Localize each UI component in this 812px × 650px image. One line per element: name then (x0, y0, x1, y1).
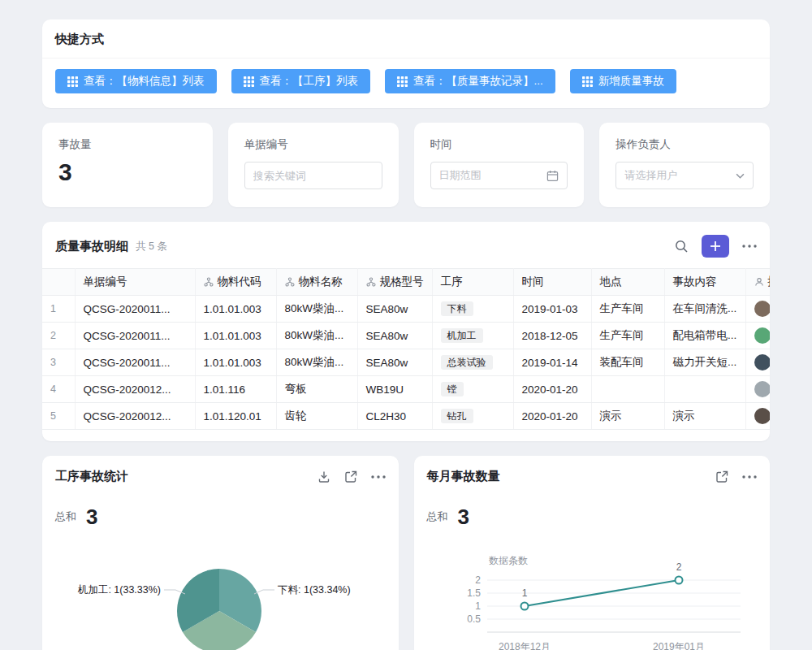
y-tick: 0.5 (467, 613, 481, 625)
x-tick: 2019年01月 (652, 641, 704, 650)
cell-name: 齿轮 (276, 403, 357, 430)
doc-search-box[interactable] (244, 162, 382, 189)
monthly-chart-total: 总和 3 (414, 504, 771, 530)
plus-icon (710, 240, 721, 252)
process-chart-total: 总和 3 (42, 504, 399, 530)
chart-more-button[interactable] (742, 475, 757, 479)
open-window-button[interactable] (715, 470, 728, 483)
more-icon (742, 475, 757, 479)
col-index (42, 269, 75, 296)
shortcut-button-new-accident[interactable]: 新增质量事故 (570, 69, 676, 93)
col-material-name: 物料名称 (276, 269, 357, 296)
point-value-label: 1 (521, 587, 527, 599)
cell-process: 下料 (432, 296, 513, 323)
open-window-button[interactable] (344, 470, 357, 483)
cell-time: 2018-12-05 (513, 323, 591, 349)
date-range-picker[interactable]: 日期范围 (430, 162, 568, 189)
cell-place (591, 376, 664, 403)
total-value: 3 (458, 505, 469, 530)
col-label: 时间 (522, 275, 544, 289)
dashboard-page: 快捷方式 查看：【物料信息】列表 查看：【工序】列表 查看：【质量事故记录】..… (0, 0, 812, 650)
table-search-button[interactable] (675, 240, 689, 254)
avatar (754, 301, 771, 317)
chevron-down-icon (736, 173, 745, 179)
shortcut-button-material-list[interactable]: 查看：【物料信息】列表 (55, 69, 217, 93)
avatar (754, 327, 771, 344)
process-tag: 镗 (441, 382, 464, 396)
cell-content: 演示 (664, 403, 745, 430)
operator-label: 操作负责人 (615, 137, 754, 152)
relation-icon (366, 277, 376, 287)
operator-select[interactable]: 请选择用户 (615, 162, 754, 189)
y-axis-title: 数据条数 (489, 555, 528, 566)
cell-process: 机加工 (432, 323, 513, 349)
table-row[interactable]: 2 QCSG-2020011... 1.01.01.003 80kW柴油... … (42, 323, 770, 349)
shortcut-button-label: 查看：【工序】列表 (260, 74, 359, 89)
table-row[interactable]: 3 QCSG-2020011... 1.01.01.003 80kW柴油... … (42, 349, 770, 376)
accident-table: 单据编号 物料代码 物料名称 规格型号 工序 时间 地点 事故内容 操作负责人 … (42, 268, 770, 430)
member-icon (754, 277, 764, 287)
cell-spec: SEA80w (357, 323, 432, 349)
col-doc-number: 单据编号 (75, 269, 195, 296)
process-tag: 钻孔 (441, 409, 473, 423)
row-index: 1 (42, 296, 75, 323)
table-row[interactable]: 5 QCSG-2020012... 1.01.120.01 齿轮 CL2H30 … (42, 403, 770, 430)
y-tick: 2 (475, 574, 481, 586)
open-window-icon (715, 470, 728, 483)
time-filter-card: 时间 日期范围 (414, 123, 585, 207)
table-row[interactable]: 4 QCSG-2020012... 1.01.116 弯板 WB19U 镗 20… (42, 376, 770, 403)
table-row[interactable]: 1 QCSG-2020011... 1.01.01.003 80kW柴油... … (42, 296, 770, 323)
monthly-chart-actions (715, 470, 757, 483)
cell-process: 钻孔 (432, 403, 513, 430)
col-material-code: 物料代码 (195, 269, 276, 296)
cell-doc: QCSG-2020011... (75, 349, 195, 376)
cell-operator (745, 296, 770, 323)
shortcuts-card: 快捷方式 查看：【物料信息】列表 查看：【工序】列表 查看：【质量事故记录】..… (42, 20, 770, 108)
shortcut-button-process-list[interactable]: 查看：【工序】列表 (231, 69, 371, 93)
cell-content: 在车间清洗... (664, 296, 745, 323)
shortcut-button-label: 查看：【物料信息】列表 (84, 74, 205, 89)
cell-doc: QCSG-2020012... (75, 376, 195, 403)
chart-more-button[interactable] (371, 475, 386, 479)
col-place: 地点 (591, 269, 664, 296)
add-record-button[interactable] (702, 235, 729, 258)
shortcut-button-label: 新增质量事故 (598, 74, 664, 89)
table-scroll-area[interactable]: 单据编号 物料代码 物料名称 规格型号 工序 时间 地点 事故内容 操作负责人 … (42, 268, 770, 441)
y-tick: 1 (475, 600, 481, 612)
cell-doc: QCSG-2020012... (75, 403, 195, 430)
process-tag: 机加工 (441, 328, 483, 343)
more-icon (742, 245, 757, 248)
data-point[interactable] (520, 603, 528, 610)
cell-process: 镗 (432, 376, 513, 403)
col-label: 地点 (600, 275, 622, 289)
cell-time: 2020-01-20 (513, 403, 591, 430)
cell-code: 1.01.01.003 (195, 323, 276, 349)
col-operator: 操作负责人 (745, 269, 770, 296)
row-index: 2 (42, 323, 75, 349)
cell-content: 磁力开关短... (664, 349, 745, 376)
cell-doc: QCSG-2020011... (75, 323, 195, 349)
process-tag: 总装试验 (441, 355, 493, 370)
cell-place: 生产车间 (591, 323, 664, 349)
table-header-row: 单据编号 物料代码 物料名称 规格型号 工序 时间 地点 事故内容 操作负责人 (42, 269, 770, 296)
total-label: 总和 (427, 509, 448, 524)
col-label: 事故内容 (673, 275, 717, 289)
open-window-icon (344, 470, 357, 483)
cell-content: 配电箱带电... (664, 323, 745, 349)
table-more-button[interactable] (742, 245, 757, 248)
doc-search-input[interactable] (253, 170, 374, 182)
download-button[interactable] (317, 470, 330, 483)
row-index: 3 (42, 349, 75, 376)
cell-name: 80kW柴油... (276, 296, 357, 323)
accident-detail-card: 质量事故明细 共 5 条 (42, 222, 770, 441)
shortcut-button-accident-records[interactable]: 查看：【质量事故记录】... (385, 69, 555, 93)
avatar (754, 354, 771, 370)
cell-time: 2019-01-14 (513, 349, 591, 376)
table-title: 质量事故明细 (55, 239, 128, 254)
data-point[interactable] (675, 577, 682, 584)
cell-place: 装配车间 (591, 349, 664, 376)
avatar (754, 381, 771, 397)
cell-operator (745, 323, 770, 349)
y-tick: 1.5 (467, 587, 481, 599)
table-count: 共 5 条 (136, 240, 167, 254)
